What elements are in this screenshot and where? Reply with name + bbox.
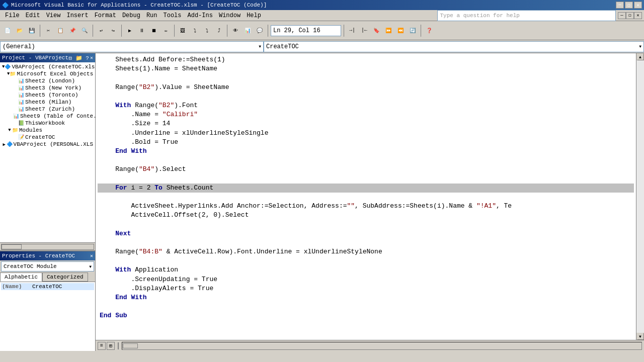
userform-btn[interactable]: 🖼 [177, 25, 188, 36]
props-tabs: Alphabetic Categorized [0, 273, 95, 282]
props-dropdown[interactable]: CreateTOC Module ▼ [1, 261, 94, 272]
run-btn[interactable]: ▶ [124, 25, 135, 36]
tree-label: Sheet5 (Toronto) [25, 92, 78, 98]
stop-btn[interactable]: ⏹ [148, 25, 159, 36]
cut-btn[interactable]: ✂ [43, 25, 54, 36]
tree-label: VBAProject (CreateTOC.xls [12, 64, 95, 70]
h-scroll-thumb-bottom[interactable] [123, 343, 138, 348]
stepover-btn[interactable]: ⤵ [201, 25, 212, 36]
project-panel-header: Project - VBAProject ⊟ 📁 ? ✕ [0, 53, 95, 62]
help-restore[interactable]: ◻ [626, 12, 634, 19]
h-scroll-track[interactable] [1, 244, 94, 250]
toggle-btn[interactable]: 🔖 [371, 25, 382, 36]
menu-help[interactable]: Help [244, 11, 264, 20]
menu-edit[interactable]: Edit [23, 11, 43, 20]
paste-btn[interactable]: 📌 [67, 25, 78, 36]
project-panel-title: Project - VBAProject [2, 55, 68, 61]
find-btn[interactable]: 🔍 [79, 25, 90, 36]
tab-alphabetic[interactable]: Alphabetic [0, 273, 42, 282]
help-close[interactable]: ✕ [634, 12, 642, 19]
prev-bookmark-btn[interactable]: ⏪ [395, 25, 406, 36]
menu-tools[interactable]: Tools [160, 11, 185, 20]
code-line-10: .Bold = True [98, 138, 634, 147]
tree-item-excel-objects[interactable]: ▼ 📁 Microsoft Excel Objects [1, 70, 94, 77]
code-line-21 [98, 238, 634, 247]
h-scroll-thumb[interactable] [2, 244, 22, 249]
sheet-icon: 📊 [18, 85, 24, 91]
code-line-12 [98, 156, 634, 165]
next-bookmark-btn[interactable]: ⏩ [383, 25, 394, 36]
scroll-down-btn[interactable]: ▼ [637, 333, 644, 340]
indent-btn[interactable]: →| [347, 25, 358, 36]
help-search-box[interactable]: Type a question for help [437, 10, 616, 21]
immediate-btn[interactable]: 💬 [254, 25, 265, 36]
view-code-tab[interactable]: ≡ [98, 342, 106, 350]
undo-btn[interactable]: ↩ [96, 25, 107, 36]
tree-item-vbaproject1[interactable]: ▼ 🔷 VBAProject (CreateTOC.xls [1, 63, 94, 70]
menu-view[interactable]: View [43, 11, 64, 20]
tree-horizontal-scrollbar[interactable] [0, 242, 95, 250]
tree-item-modules[interactable]: ▼ 📁 Modules [1, 127, 94, 134]
tree-label: Sheet2 (London) [25, 78, 75, 84]
tree-item-sheet2[interactable]: 📊 Sheet2 (London) [1, 77, 94, 84]
help-btn[interactable]: ❓ [424, 25, 435, 36]
code-line-26: .DisplayAlerts = True [98, 284, 634, 293]
v-scroll-track[interactable] [636, 60, 644, 333]
menu-run[interactable]: Run [143, 11, 160, 20]
restore-button[interactable]: ◻ [625, 2, 633, 9]
tree-item-createtoc[interactable]: 📝 CreateTOC [1, 134, 94, 141]
toolbar: 📄 📂 💾 ✂ 📋 📌 🔍 ↩ ↪ ▶ ⏸ ⏹ ✏ 🖼 ⤵ ⤵ ⤴ 👁 📊 💬 … [0, 21, 644, 40]
break-btn[interactable]: ⏸ [136, 25, 147, 36]
menu-debug[interactable]: Debug [119, 11, 143, 20]
project-panel-close[interactable]: ✕ [90, 55, 93, 61]
menu-insert[interactable]: Insert [63, 11, 91, 20]
tree-item-sheet9[interactable]: 📊 Sheet9 (Table of Conte... [1, 113, 94, 120]
sep3 [121, 25, 122, 37]
vertical-scrollbar[interactable]: ▲ ▼ [636, 53, 644, 340]
code-editor[interactable]: Sheets.Add Before:=Sheets(1) Sheets(1).N… [96, 53, 636, 340]
tab-categorized[interactable]: Categorized [42, 273, 88, 282]
tree-item-sheet5[interactable]: 📊 Sheet5 (Toronto) [1, 92, 94, 99]
save-btn[interactable]: 💾 [26, 25, 37, 36]
copy-btn[interactable]: 📋 [55, 25, 66, 36]
tree-item-thisworkbook[interactable]: 📗 ThisWorkbook [1, 120, 94, 127]
left-panel: Project - VBAProject ⊟ 📁 ? ✕ ▼ 🔷 VBAProj… [0, 53, 96, 351]
redo-btn[interactable]: ↪ [108, 25, 119, 36]
step-btn[interactable]: ⤵ [189, 25, 200, 36]
locals-btn[interactable]: 📊 [242, 25, 253, 36]
sheet-icon: 📊 [18, 78, 24, 84]
stepout-btn[interactable]: ⤴ [213, 25, 224, 36]
scroll-up-btn[interactable]: ▲ [637, 53, 644, 60]
minimize-button[interactable]: ─ [616, 2, 624, 9]
props-close[interactable]: ✕ [90, 253, 93, 259]
design-btn[interactable]: ✏ [160, 25, 172, 36]
code-line-14 [98, 174, 634, 183]
outdent-btn[interactable]: |← [359, 25, 370, 36]
tree-label: Sheet3 (New York) [25, 85, 82, 91]
tree-item-vbaproject2[interactable]: ▶ 🔷 VBAProject (PERSONAL.XLS [1, 141, 94, 148]
tree-label: CreateTOC [25, 134, 55, 140]
horizontal-scrollbar[interactable] [122, 342, 642, 350]
help-minimize[interactable]: ─ [618, 12, 626, 19]
project-tree: ▼ 🔷 VBAProject (CreateTOC.xls ▼ 📁 Micros… [0, 62, 95, 242]
view-grid-tab[interactable]: ⊞ [107, 342, 115, 350]
general-dropdown[interactable]: (General) ▼ [0, 41, 264, 52]
sep7 [344, 25, 344, 37]
open-btn[interactable]: 📂 [14, 25, 25, 36]
menu-window[interactable]: Window [216, 11, 244, 20]
code-line-1: Sheets.Add Before:=Sheets(1) [98, 55, 634, 64]
function-dropdown[interactable]: CreateTOC ▼ [264, 41, 644, 52]
menu-format[interactable]: Format [92, 11, 119, 20]
menu-file[interactable]: File [2, 11, 23, 20]
close-button[interactable]: ✕ [634, 2, 642, 9]
watch-btn[interactable]: 👁 [230, 25, 241, 36]
menu-addins[interactable]: Add-Ins [185, 11, 216, 20]
tree-item-sheet7[interactable]: 📊 Sheet7 (Zurich) [1, 106, 94, 113]
general-dropdown-arrow: ▼ [259, 44, 261, 49]
code-line-22: Range("B4:B" & ActiveCell.Row).Font.Unde… [98, 247, 634, 256]
tree-item-sheet6[interactable]: 📊 Sheet6 (Milan) [1, 99, 94, 106]
location-box: Ln 29, Col 16 [271, 25, 341, 36]
new-btn[interactable]: 📄 [2, 25, 13, 36]
tree-item-sheet3[interactable]: 📊 Sheet3 (New York) [1, 84, 94, 92]
clear-bookmarks-btn[interactable]: 🔄 [407, 25, 418, 36]
